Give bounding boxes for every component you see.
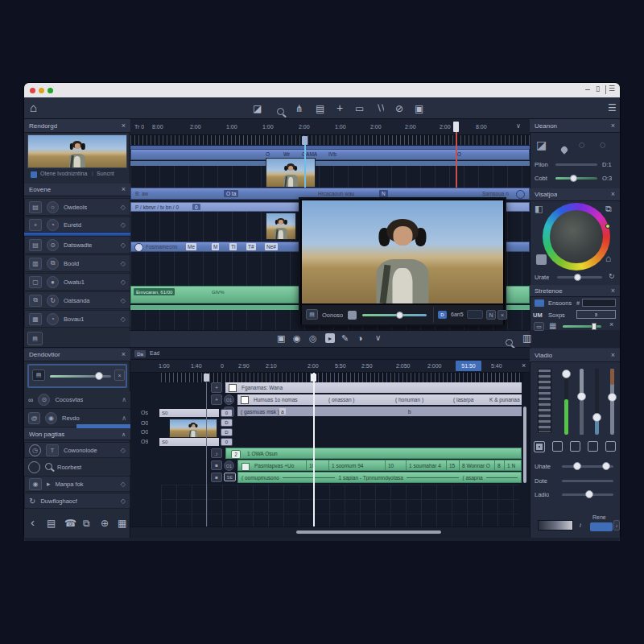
traffic-light-minimize[interactable] xyxy=(39,88,44,93)
workspace-item[interactable]: ◷ T Cowonolode ◇ xyxy=(24,442,130,458)
track-header-chip[interactable]: D xyxy=(221,428,233,436)
uhate-knob-a[interactable] xyxy=(573,462,581,470)
pilon-slider[interactable] xyxy=(555,163,597,166)
track-thumbnail[interactable] xyxy=(169,419,217,438)
video-clip-thumbnail[interactable] xyxy=(266,213,296,240)
soxps-box[interactable]: a xyxy=(576,310,616,319)
media-preview-thumbnail[interactable] xyxy=(27,134,127,168)
diamond-icon[interactable]: ◇ xyxy=(121,447,126,454)
branch-tool-icon[interactable]: ⋔ xyxy=(295,103,303,114)
mute-icon[interactable]: × xyxy=(497,310,507,320)
track-header-name[interactable]: Os xyxy=(141,410,148,415)
track-header-name[interactable]: O9 xyxy=(141,439,148,444)
channel-button[interactable] xyxy=(552,441,563,452)
diamond-icon[interactable]: ◇ xyxy=(121,221,126,229)
titlebar-menu-icon[interactable]: ☰ xyxy=(609,85,615,93)
track3-icon[interactable] xyxy=(134,243,143,252)
package-tool-icon[interactable]: ▣ xyxy=(415,103,423,114)
grid-icon[interactable]: ▦ xyxy=(118,518,126,529)
caret-up-icon[interactable]: ∧ xyxy=(122,415,126,422)
audio-option-button[interactable]: ♪ xyxy=(613,520,620,530)
track1-loop-icon[interactable] xyxy=(516,190,525,199)
chevron-left-icon[interactable]: ‹ xyxy=(31,515,35,529)
bag-icon[interactable]: ⌂ xyxy=(605,253,611,264)
play-clip-icon[interactable]: ▸ xyxy=(325,333,335,343)
eye-icon[interactable]: ◎ xyxy=(309,333,317,344)
traffic-light-close[interactable] xyxy=(30,88,35,93)
link-tool-icon[interactable]: ⊘ xyxy=(395,103,403,114)
chevron-down-icon[interactable]: ∨ xyxy=(375,333,381,342)
reset-button[interactable] xyxy=(590,522,613,531)
render-slider-icon[interactable]: ▤ xyxy=(32,369,45,381)
close-icon[interactable]: × xyxy=(122,186,126,193)
select-tool-icon[interactable]: ◪ xyxy=(253,103,262,114)
track-mute-icon[interactable]: ■ xyxy=(211,460,222,470)
pin-icon[interactable] xyxy=(561,142,568,156)
close-icon[interactable]: × xyxy=(122,351,126,358)
fader-3-knob[interactable] xyxy=(592,413,601,422)
v-scrollbar[interactable] xyxy=(523,407,526,483)
search-tool-icon[interactable] xyxy=(277,104,284,118)
track-add-icon[interactable]: + xyxy=(211,394,222,405)
settings-menu-icon[interactable]: ☰ xyxy=(608,102,617,114)
close-icon[interactable]: × xyxy=(611,122,615,130)
effects-item[interactable]: ▥ ⧉ Boold ◇ xyxy=(24,254,130,272)
swatch-square[interactable] xyxy=(536,254,547,265)
razor-tool-icon[interactable]: ∖∖ xyxy=(376,103,384,114)
title-track-bar[interactable]: Fganamas: Wana xyxy=(225,382,522,393)
render-x-button[interactable]: × xyxy=(114,369,125,381)
fader-1-knob[interactable] xyxy=(562,369,571,378)
channel-button[interactable] xyxy=(570,441,580,452)
bars-icon[interactable]: ▦ xyxy=(549,321,556,330)
contrast-icon[interactable]: ◧ xyxy=(535,204,543,214)
channel-button[interactable] xyxy=(605,441,616,452)
uhate-knob-b[interactable] xyxy=(602,462,610,470)
pencil-icon[interactable]: ✎ xyxy=(341,333,349,344)
effects-item[interactable]: ▦ ◔ Bovau1 ◇ xyxy=(24,310,130,328)
diamond-icon[interactable]: ◇ xyxy=(121,316,126,323)
minimize-icon[interactable]: – xyxy=(585,84,590,93)
ruler-caret-icon[interactable]: ∨ xyxy=(516,122,521,130)
in-marker-handle[interactable] xyxy=(204,374,209,382)
phone-icon[interactable]: ☎ xyxy=(64,518,76,529)
close-icon[interactable]: × xyxy=(609,321,613,328)
track-mute-icon[interactable]: ■ xyxy=(211,473,222,482)
track-header-chip[interactable]: D xyxy=(221,419,233,427)
media-pool-icon[interactable]: ▤ xyxy=(27,332,43,345)
timeline-tab-label[interactable]: Ead xyxy=(150,350,159,356)
track-header-bar[interactable]: S0 xyxy=(159,438,219,446)
traffic-light-zoom[interactable] xyxy=(47,88,53,93)
ruler-highlight[interactable]: 51:50 xyxy=(456,361,481,371)
ensoons-input[interactable] xyxy=(582,299,616,307)
diamond-icon[interactable]: ◇ xyxy=(121,260,126,267)
dashed-circle-icon[interactable]: ◌ xyxy=(600,138,606,151)
timeline-tab-chip[interactable]: Da xyxy=(134,350,146,357)
display-tool-icon[interactable]: ▭ xyxy=(355,103,364,114)
close-icon[interactable]: × xyxy=(122,122,126,130)
audio-track-3[interactable]: ( oomupmusono 1 sapian - Tpnnumndyotasa … xyxy=(237,472,522,483)
fader-2-knob[interactable] xyxy=(577,392,586,401)
close-icon[interactable]: × xyxy=(611,191,615,198)
bottom-green-slider-knob[interactable] xyxy=(592,323,597,330)
workspace-item[interactable]: ◉ ▸ Manpa fok ◇ xyxy=(24,476,130,492)
timeline-bottom-tickstrip[interactable] xyxy=(161,373,523,382)
workspace-item[interactable]: ↻ Duwfloghaocf ◇ xyxy=(24,493,130,509)
contrast-icon[interactable]: ◑ xyxy=(357,333,363,343)
clipboard-tool-icon[interactable]: ▤ xyxy=(316,103,324,114)
copy-icon[interactable]: ⧉ xyxy=(605,204,612,214)
effects-item[interactable]: + ◔ Euretd ◇ xyxy=(24,217,130,233)
close-icon[interactable]: × xyxy=(522,362,526,369)
diamond-icon[interactable]: ◇ xyxy=(121,279,126,286)
diamond-icon[interactable]: ◇ xyxy=(121,297,126,304)
maximize-icon[interactable]: ▯ xyxy=(596,85,600,93)
close-icon[interactable]: × xyxy=(611,287,615,295)
red-marker-handle[interactable] xyxy=(453,122,459,132)
ladio-knob[interactable] xyxy=(585,490,593,498)
diamond-icon[interactable]: ◇ xyxy=(121,481,126,488)
effects-item[interactable]: ▤ ⊙ Datswadte ◇ xyxy=(24,236,130,254)
track-header-chip[interactable]: 0 xyxy=(221,438,233,446)
gain-value-box[interactable] xyxy=(467,310,483,319)
gain-label[interactable]: 6an5 xyxy=(451,312,464,317)
playback-slider[interactable] xyxy=(362,314,427,316)
diamond-icon[interactable]: ◇ xyxy=(121,204,126,211)
